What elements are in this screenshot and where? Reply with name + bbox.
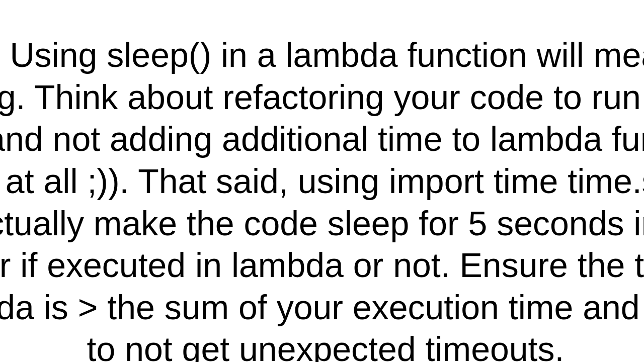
document-viewport: First of all: Using sleep() in a lambda …	[0, 0, 644, 362]
body-text: First of all: Using sleep() in a lambda …	[0, 34, 644, 362]
